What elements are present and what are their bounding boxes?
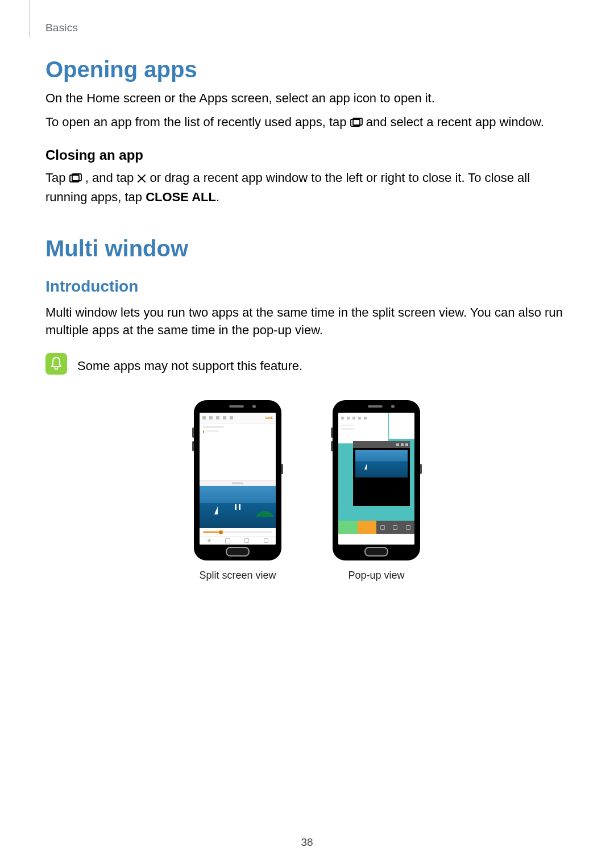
split-view-divider <box>200 480 276 486</box>
text-fragment: To open an app from the list of recently… <box>45 115 350 129</box>
text-fragment: . <box>216 190 219 204</box>
desktop-background <box>338 413 414 545</box>
illustration-caption: Split screen view <box>199 570 276 582</box>
notice: Some apps may not support this feature. <box>45 353 569 375</box>
text-fragment: and select a recent app window. <box>366 115 544 129</box>
manual-page: Basics Opening apps On the Home screen o… <box>0 0 614 868</box>
app-toolbar: SAVE <box>200 413 276 423</box>
note-area <box>338 423 388 443</box>
side-card <box>389 413 414 439</box>
popup-close-icon <box>405 443 408 446</box>
system-navbar <box>338 534 414 545</box>
app-toolbar <box>338 413 388 423</box>
recents-icon <box>69 170 82 188</box>
section-heading-multi-window: Multi window <box>45 236 569 261</box>
illustration-popup-view: Pop-up view <box>333 400 420 582</box>
body-text: Tap , and tap or drag a recent app windo… <box>45 169 569 206</box>
section-heading-opening-apps: Opening apps <box>45 57 569 82</box>
notice-text: Some apps may not support this feature. <box>77 353 302 375</box>
recents-icon <box>350 114 363 132</box>
subsection-heading-closing-an-app: Closing an app <box>45 147 569 163</box>
phone-mockup <box>333 400 420 560</box>
page-content: Opening apps On the Home screen or the A… <box>45 57 569 582</box>
popup-minimize-icon <box>396 443 399 446</box>
popup-window <box>353 441 410 506</box>
body-text: On the Home screen or the Apps screen, s… <box>45 89 569 107</box>
phone-mockup: SAVE <box>194 400 281 560</box>
phone-home-button <box>226 547 250 556</box>
system-navbar <box>200 536 276 545</box>
close-all-label: CLOSE ALL <box>146 190 216 204</box>
phone-screen <box>338 413 414 545</box>
phone-screen: SAVE <box>200 413 276 545</box>
dock <box>338 521 414 534</box>
body-text: Multi window lets you run two apps at th… <box>45 304 569 340</box>
illustration-row: SAVE <box>45 400 569 582</box>
video-pane <box>355 450 408 477</box>
text-fragment: , and tap <box>85 171 138 185</box>
phone-home-button <box>364 547 388 556</box>
subsection-heading-introduction: Introduction <box>45 277 569 296</box>
notice-bell-icon <box>45 353 67 375</box>
illustration-caption: Pop-up view <box>348 570 404 582</box>
video-pane <box>200 486 276 528</box>
popup-maximize-icon <box>401 443 404 446</box>
text-fragment: Tap <box>45 171 69 185</box>
body-text: To open an app from the list of recently… <box>45 113 569 132</box>
page-number: 38 <box>0 836 614 849</box>
margin-rule <box>30 0 30 38</box>
illustration-split-screen: SAVE <box>194 400 281 582</box>
video-seekbar <box>200 528 276 536</box>
breadcrumb: Basics <box>45 22 78 34</box>
toolbar-action: SAVE <box>265 416 273 420</box>
close-icon <box>137 170 146 188</box>
note-area <box>200 423 276 480</box>
popup-titlebar <box>353 441 410 448</box>
